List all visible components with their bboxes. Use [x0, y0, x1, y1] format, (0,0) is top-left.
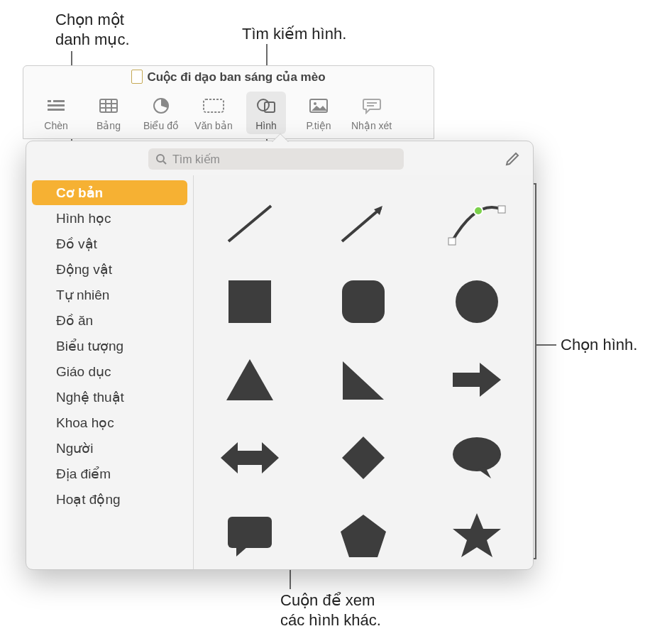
- svg-rect-22: [448, 238, 456, 245]
- shape-pentagon[interactable]: [317, 512, 409, 560]
- shape-speech-bubble[interactable]: [431, 434, 523, 481]
- callout-choose-brace: [535, 183, 536, 559]
- comment-icon: [360, 94, 383, 117]
- callout-choose: Chọn hình.: [561, 335, 637, 355]
- svg-marker-29: [343, 361, 384, 400]
- sidebar-item-label: Hình học: [56, 211, 111, 226]
- sidebar-item-label: Động vật: [56, 262, 112, 277]
- sidebar-item-label: Cơ bản: [56, 185, 103, 200]
- svg-point-33: [453, 437, 501, 471]
- category-sidebar: Cơ bản Hình học Đồ vật Động vật Tự nhiên…: [26, 175, 193, 569]
- callout-scroll: Cuộn để xem các hình khác.: [280, 591, 381, 630]
- sidebar-item-symbols[interactable]: Biểu tượng: [32, 334, 187, 358]
- svg-marker-31: [221, 442, 279, 473]
- titlebar: Cuộc đi dạo ban sáng của mèo: [23, 66, 434, 87]
- toolbar-chart[interactable]: Biểu đồ: [141, 94, 181, 131]
- sidebar-item-nature[interactable]: Tự nhiên: [32, 283, 187, 307]
- sidebar-item-activities[interactable]: Hoạt động: [32, 487, 187, 512]
- shape-arrow-leftright[interactable]: [204, 438, 296, 478]
- svg-rect-10: [204, 99, 224, 112]
- svg-rect-26: [342, 280, 385, 323]
- document-icon: [131, 70, 143, 84]
- draw-button[interactable]: [500, 149, 524, 169]
- sidebar-item-label: Hoạt động: [56, 492, 121, 507]
- svg-rect-23: [498, 206, 505, 213]
- shape-grid[interactable]: [193, 175, 533, 569]
- shape-rounded-square[interactable]: [317, 277, 409, 327]
- svg-rect-3: [53, 100, 65, 102]
- callout-search: Tìm kiếm hình.: [242, 24, 346, 44]
- sidebar-item-geometry[interactable]: Hình học: [32, 206, 187, 231]
- svg-marker-28: [226, 359, 273, 400]
- toolbar-label: Văn bản: [194, 120, 232, 131]
- svg-rect-4: [100, 99, 117, 112]
- toolbar-table[interactable]: Bảng: [89, 94, 128, 131]
- toolbar-label: Chèn: [44, 120, 67, 131]
- text-icon: [202, 94, 225, 117]
- insert-icon: [45, 94, 67, 117]
- sidebar-item-label: Người: [56, 441, 94, 456]
- svg-line-19: [228, 206, 271, 241]
- svg-point-24: [474, 207, 483, 215]
- toolbar-insert[interactable]: Chèn: [36, 94, 76, 131]
- popover-body: Cơ bản Hình học Đồ vật Động vật Tự nhiên…: [26, 175, 533, 569]
- popover-header: Tìm kiếm: [26, 141, 533, 175]
- svg-marker-38: [453, 513, 501, 557]
- shape-diamond[interactable]: [317, 433, 409, 483]
- svg-point-11: [258, 99, 269, 111]
- table-icon: [97, 94, 120, 117]
- search-input[interactable]: Tìm kiếm: [148, 148, 404, 170]
- pen-icon: [504, 150, 521, 168]
- toolbar-comment[interactable]: Nhận xét: [351, 94, 392, 131]
- shape-arrow-right[interactable]: [431, 358, 523, 401]
- shape-callout-rect[interactable]: [204, 512, 296, 559]
- svg-point-14: [314, 102, 316, 105]
- shape-right-triangle[interactable]: [317, 357, 409, 402]
- sidebar-item-objects[interactable]: Đồ vật: [32, 231, 187, 256]
- sidebar-item-education[interactable]: Giáo dục: [32, 359, 187, 384]
- svg-marker-36: [236, 547, 248, 556]
- sidebar-item-animals[interactable]: Động vật: [32, 257, 187, 282]
- document-title: Cuộc đi dạo ban sáng của mèo: [147, 70, 325, 84]
- toolbar-text[interactable]: Văn bản: [194, 94, 233, 131]
- shape-arrow-line[interactable]: [317, 195, 409, 252]
- shape-triangle[interactable]: [204, 356, 296, 403]
- media-icon: [307, 94, 330, 117]
- toolbar-label: P.tiện: [306, 120, 331, 131]
- toolbar: Chèn Bảng Biểu đồ Văn bản Hình: [23, 87, 434, 138]
- toolbar-label: Hình: [255, 120, 277, 131]
- shape-star[interactable]: [431, 510, 523, 561]
- sidebar-item-label: Tự nhiên: [56, 287, 109, 302]
- svg-marker-37: [341, 515, 386, 557]
- shape-circle[interactable]: [431, 277, 523, 327]
- sidebar-item-people[interactable]: Người: [32, 436, 187, 461]
- search-icon: [155, 153, 167, 165]
- svg-rect-25: [228, 280, 271, 323]
- toolbar-media[interactable]: P.tiện: [299, 94, 338, 131]
- svg-marker-32: [342, 437, 385, 479]
- svg-line-20: [342, 208, 381, 241]
- shape-line[interactable]: [204, 195, 296, 252]
- sidebar-item-basic[interactable]: Cơ bản: [32, 180, 187, 205]
- sidebar-item-places[interactable]: Địa điểm: [32, 461, 187, 486]
- svg-point-17: [157, 155, 164, 162]
- shape-curve[interactable]: [431, 195, 523, 252]
- sidebar-item-art[interactable]: Nghệ thuật: [32, 385, 187, 410]
- app-window: Cuộc đi dạo ban sáng của mèo Chèn Bảng B…: [23, 65, 434, 139]
- sidebar-item-label: Nghệ thuật: [56, 390, 124, 405]
- callout-scroll-line: [290, 568, 291, 589]
- sidebar-item-label: Khoa học: [56, 415, 114, 430]
- toolbar-label: Bảng: [97, 120, 121, 131]
- toolbar-label: Nhận xét: [351, 120, 392, 131]
- svg-rect-35: [228, 517, 272, 548]
- svg-line-18: [163, 161, 166, 164]
- svg-rect-1: [48, 104, 65, 106]
- sidebar-item-food[interactable]: Đồ ăn: [32, 308, 187, 333]
- sidebar-item-label: Địa điểm: [56, 466, 111, 481]
- sidebar-item-science[interactable]: Khoa học: [32, 410, 187, 435]
- sidebar-item-label: Đồ ăn: [56, 313, 93, 328]
- svg-marker-30: [453, 363, 501, 397]
- toolbar-shape[interactable]: Hình: [246, 92, 286, 134]
- sidebar-item-label: Biểu tượng: [56, 339, 123, 353]
- shape-square[interactable]: [204, 277, 296, 327]
